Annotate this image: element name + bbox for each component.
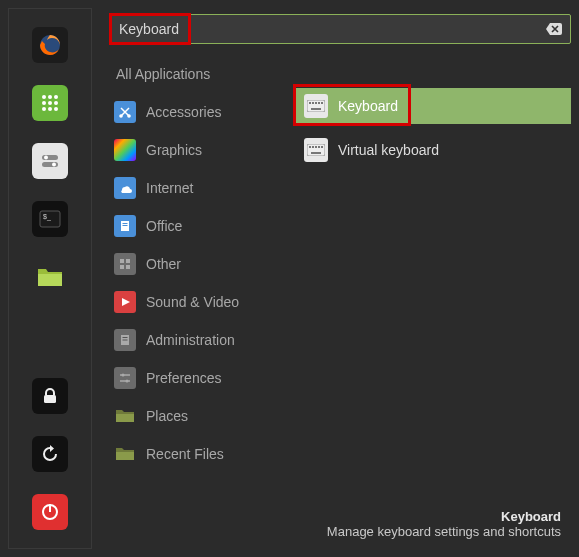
terminal-icon: $_ xyxy=(39,208,61,230)
folder-icon xyxy=(114,443,136,465)
svg-rect-39 xyxy=(318,102,320,104)
keyboard-icon xyxy=(304,138,328,162)
svg-point-20 xyxy=(127,114,131,118)
svg-rect-29 xyxy=(123,337,128,338)
svg-rect-23 xyxy=(123,225,128,226)
svg-rect-27 xyxy=(126,265,130,269)
category-graphics[interactable]: Graphics xyxy=(110,134,286,166)
svg-rect-47 xyxy=(321,146,323,148)
launcher-rail: $_ xyxy=(8,8,92,549)
svg-point-34 xyxy=(126,380,129,383)
svg-point-6 xyxy=(54,101,58,105)
svg-point-3 xyxy=(54,95,58,99)
firefox-icon xyxy=(38,33,62,57)
category-label: Sound & Video xyxy=(146,294,239,310)
results-list: Keyboard Virtual keyboard xyxy=(286,58,571,503)
search-input[interactable] xyxy=(119,21,546,37)
rail-firefox[interactable] xyxy=(32,27,68,63)
category-other[interactable]: Other xyxy=(110,248,286,280)
svg-rect-26 xyxy=(120,265,124,269)
rail-restart[interactable] xyxy=(32,436,68,472)
category-list: All Applications Accessories Graphics In… xyxy=(110,58,286,503)
rail-apps[interactable] xyxy=(32,85,68,121)
category-administration[interactable]: Administration xyxy=(110,324,286,356)
rail-files[interactable] xyxy=(32,259,68,295)
folder-icon xyxy=(36,265,64,289)
category-internet[interactable]: Internet xyxy=(110,172,286,204)
clear-search-icon[interactable] xyxy=(546,23,562,35)
category-label: Preferences xyxy=(146,370,221,386)
result-keyboard[interactable]: Keyboard xyxy=(296,88,571,124)
rail-terminal[interactable]: $_ xyxy=(32,201,68,237)
svg-rect-48 xyxy=(311,152,321,154)
svg-rect-30 xyxy=(123,340,128,341)
svg-point-2 xyxy=(48,95,52,99)
svg-point-1 xyxy=(42,95,46,99)
category-sound-video[interactable]: Sound & Video xyxy=(110,286,286,318)
svg-rect-44 xyxy=(312,146,314,148)
category-accessories[interactable]: Accessories xyxy=(110,96,286,128)
category-label: Recent Files xyxy=(146,446,224,462)
rail-lock[interactable] xyxy=(32,378,68,414)
svg-point-4 xyxy=(42,101,46,105)
menu-panel: All Applications Accessories Graphics In… xyxy=(96,0,579,557)
footer-title: Keyboard xyxy=(120,509,561,524)
category-preferences[interactable]: Preferences xyxy=(110,362,286,394)
power-icon xyxy=(41,503,59,521)
rail-disks[interactable] xyxy=(32,143,68,179)
svg-text:$_: $_ xyxy=(43,213,51,221)
svg-point-33 xyxy=(122,374,125,377)
grid-icon xyxy=(114,253,136,275)
lock-icon xyxy=(41,387,59,405)
menu-columns: All Applications Accessories Graphics In… xyxy=(110,58,571,503)
svg-rect-22 xyxy=(123,223,128,224)
play-icon xyxy=(114,291,136,313)
restart-icon xyxy=(40,444,60,464)
svg-rect-25 xyxy=(126,259,130,263)
search-field-wrap xyxy=(110,14,571,44)
svg-rect-38 xyxy=(315,102,317,104)
scissors-icon xyxy=(114,101,136,123)
svg-point-11 xyxy=(44,156,48,160)
svg-rect-37 xyxy=(312,102,314,104)
document-icon xyxy=(114,215,136,237)
svg-rect-46 xyxy=(318,146,320,148)
svg-rect-36 xyxy=(309,102,311,104)
svg-rect-41 xyxy=(311,108,321,110)
svg-rect-24 xyxy=(120,259,124,263)
footer-hint: Keyboard Manage keyboard settings and sh… xyxy=(110,503,571,549)
svg-point-8 xyxy=(48,107,52,111)
palette-icon xyxy=(114,139,136,161)
category-label: Administration xyxy=(146,332,235,348)
tools-icon xyxy=(114,329,136,351)
category-label: Office xyxy=(146,218,182,234)
rail-power[interactable] xyxy=(32,494,68,530)
footer-description: Manage keyboard settings and shortcuts xyxy=(120,524,561,539)
category-label: All Applications xyxy=(116,66,210,82)
svg-rect-40 xyxy=(321,102,323,104)
grid-icon xyxy=(40,93,60,113)
cloud-icon xyxy=(114,177,136,199)
svg-rect-18 xyxy=(49,504,51,512)
category-office[interactable]: Office xyxy=(110,210,286,242)
svg-rect-16 xyxy=(44,395,56,403)
app-menu: $_ All Applications xyxy=(0,0,579,557)
sliders-icon xyxy=(114,367,136,389)
svg-rect-35 xyxy=(307,100,325,112)
category-recent-files[interactable]: Recent Files xyxy=(110,438,286,470)
svg-point-5 xyxy=(48,101,52,105)
svg-rect-43 xyxy=(309,146,311,148)
category-places[interactable]: Places xyxy=(110,400,286,432)
svg-point-13 xyxy=(52,163,56,167)
folder-icon xyxy=(114,405,136,427)
category-label: Graphics xyxy=(146,142,202,158)
result-label: Keyboard xyxy=(338,98,398,114)
result-virtual-keyboard[interactable]: Virtual keyboard xyxy=(296,132,571,168)
svg-rect-45 xyxy=(315,146,317,148)
keyboard-icon xyxy=(304,94,328,118)
result-label: Virtual keyboard xyxy=(338,142,439,158)
svg-point-9 xyxy=(54,107,58,111)
switch-icon xyxy=(40,151,60,171)
category-all-applications[interactable]: All Applications xyxy=(110,58,286,90)
category-label: Other xyxy=(146,256,181,272)
